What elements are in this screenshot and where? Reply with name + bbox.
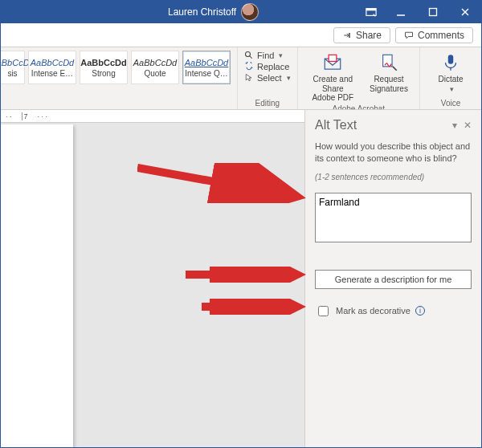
- ruler[interactable]: · · 7 · · ·: [1, 110, 304, 123]
- generate-description-button[interactable]: Generate a description for me: [315, 270, 472, 289]
- arrow-annotation-1: [137, 163, 314, 203]
- signature-icon: [378, 52, 399, 73]
- select-icon: [244, 73, 254, 83]
- collab-bar: Share Comments: [1, 23, 481, 47]
- document-area[interactable]: · · 7 · · ·: [1, 110, 304, 447]
- alt-text-input[interactable]: [315, 193, 472, 242]
- svg-rect-6: [349, 33, 350, 38]
- replace-button[interactable]: Replace: [244, 62, 291, 71]
- mark-decorative-row[interactable]: Mark as decorative i: [315, 303, 472, 319]
- avatar[interactable]: [241, 3, 259, 21]
- find-label: Find: [257, 51, 274, 60]
- ribbon-display-options[interactable]: [357, 1, 385, 23]
- ruler-mark: 7: [22, 112, 28, 120]
- svg-point-7: [246, 52, 251, 57]
- select-button[interactable]: Select▾: [244, 73, 291, 83]
- create-share-pdf-button[interactable]: Create and Share Adobe PDF: [304, 51, 362, 103]
- arrow-annotation-3: [202, 299, 314, 315]
- style-intense-emphasis[interactable]: AaBbCcDd Intense E…: [28, 51, 76, 84]
- share-icon: [342, 31, 352, 40]
- request-signatures-button[interactable]: Request Signatures: [365, 51, 413, 103]
- arrow-annotation-2: [186, 267, 314, 283]
- acrobat-group: Create and Share Adobe PDF Request Signa…: [298, 47, 420, 109]
- editing-group-label: Editing: [244, 97, 291, 108]
- request-signatures-label: Request Signatures: [370, 75, 408, 93]
- minimize-button[interactable]: [385, 1, 417, 23]
- style-quote[interactable]: AaBbCcDd Quote: [131, 51, 179, 84]
- info-icon[interactable]: i: [415, 306, 425, 316]
- mark-decorative-checkbox[interactable]: [318, 306, 329, 316]
- share-label: Share: [356, 30, 382, 41]
- alt-text-pane: Alt Text ▾ ✕ How would you describe this…: [304, 110, 481, 447]
- pane-options-button[interactable]: ▾: [452, 120, 457, 131]
- ribbon: AaBbCcDd sis AaBbCcDd Intense E… AaBbCcD…: [1, 47, 481, 110]
- search-icon: [244, 51, 254, 60]
- style-strong[interactable]: AaBbCcDd Strong: [80, 51, 128, 84]
- replace-label: Replace: [257, 62, 289, 71]
- pane-subdescription: (1-2 sentences recommended): [315, 173, 472, 181]
- find-button[interactable]: Find▾: [244, 51, 291, 60]
- microphone-icon: [440, 52, 461, 73]
- svg-rect-3: [430, 9, 437, 16]
- maximize-button[interactable]: [417, 1, 449, 23]
- svg-rect-1: [366, 9, 376, 11]
- svg-line-8: [250, 56, 252, 59]
- svg-rect-12: [448, 55, 454, 63]
- replace-icon: [244, 62, 254, 71]
- share-button[interactable]: Share: [333, 27, 390, 43]
- svg-line-14: [137, 168, 298, 197]
- comments-button[interactable]: Comments: [395, 27, 473, 43]
- workspace: · · 7 · · · Alt Text ▾ ✕ How would you d…: [1, 110, 481, 447]
- acrobat-group-label: Adobe Acrobat: [304, 103, 413, 111]
- dictate-button[interactable]: Dictate▾: [427, 51, 475, 93]
- dictate-label: Dictate: [438, 75, 463, 83]
- pdf-envelope-icon: [322, 52, 343, 73]
- create-share-pdf-label: Create and Share Adobe PDF: [304, 75, 362, 103]
- pane-description: How would you describe this object and i…: [315, 141, 472, 165]
- pane-close-button[interactable]: ✕: [464, 120, 472, 131]
- voice-group-label: Voice: [427, 97, 475, 108]
- pane-title: Alt Text: [315, 118, 446, 132]
- select-label: Select: [257, 73, 282, 83]
- mark-decorative-label: Mark as decorative: [336, 306, 411, 316]
- account-user[interactable]: Lauren Christoff: [168, 3, 259, 21]
- voice-group: Dictate▾ Voice: [420, 47, 481, 109]
- close-button[interactable]: [449, 1, 481, 23]
- styles-group: AaBbCcDd sis AaBbCcDd Intense E… AaBbCcD…: [1, 47, 238, 109]
- styles-group-label: [1, 97, 231, 108]
- svg-rect-10: [329, 55, 337, 61]
- editing-group: Find▾ Replace Select▾ Editing: [238, 47, 298, 109]
- style-emphasis[interactable]: AaBbCcDd sis: [1, 51, 25, 84]
- page[interactable]: [1, 124, 73, 447]
- comment-icon: [404, 31, 414, 40]
- title-bar: Lauren Christoff: [1, 1, 481, 23]
- style-intense-quote[interactable]: AaBbCcDd Intense Q…: [182, 51, 231, 84]
- user-name-label: Lauren Christoff: [168, 6, 236, 18]
- comments-label: Comments: [418, 30, 464, 41]
